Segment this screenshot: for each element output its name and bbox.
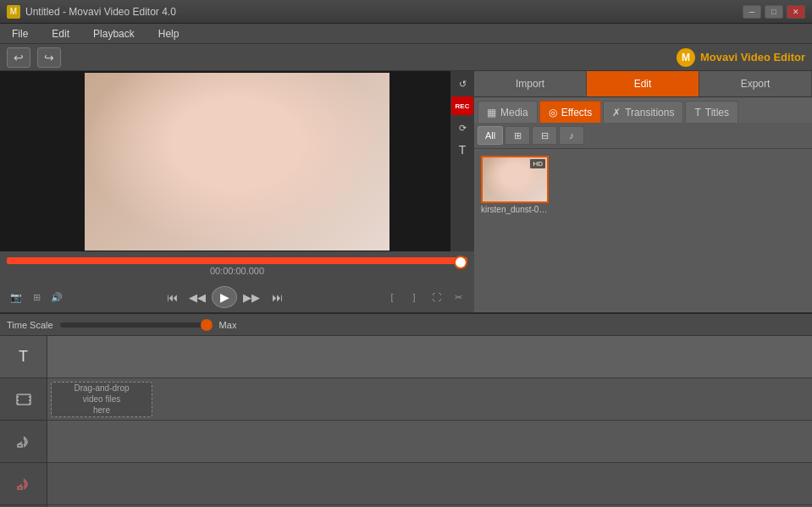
volume-button[interactable]: 🔊 xyxy=(47,289,66,305)
app-icon: M xyxy=(7,5,20,19)
movavi-logo-text: Movavi Video Editor xyxy=(700,51,805,63)
audio-track1-icon[interactable] xyxy=(0,421,47,463)
bottom-timeline: Time Scale Max T xyxy=(0,312,812,507)
settings-icon[interactable]: ⊞ xyxy=(27,289,46,305)
menu-file[interactable]: File xyxy=(7,26,33,41)
menu-bar: File Edit Playback Help xyxy=(0,24,812,44)
subtab-transitions-label: Transitions xyxy=(625,107,674,118)
media-item[interactable]: HD kirsten_dunst-001-thu... xyxy=(481,156,549,214)
app-container: M Untitled - Movavi Video Editor 4.0 ─ □… xyxy=(0,0,812,507)
close-button[interactable]: ✕ xyxy=(787,5,805,19)
text-track-icon[interactable]: T xyxy=(0,336,47,378)
titles-icon: T xyxy=(694,107,700,118)
drag-drop-line2: video files xyxy=(83,394,120,405)
drag-drop-line3: here xyxy=(93,405,110,416)
right-section: Import Edit Export ▦ Media ◎ Effects xyxy=(474,71,812,312)
timescale-label: Time Scale xyxy=(7,320,53,330)
media-label: kirsten_dunst-001-thu... xyxy=(481,205,549,214)
timeline-content: T xyxy=(0,336,812,507)
audio-track1-lane[interactable] xyxy=(47,421,812,463)
subtab-transitions[interactable]: ✗ Transitions xyxy=(603,101,683,123)
tab-export[interactable]: Export xyxy=(699,71,812,96)
preview-sidebar: ↺ REC ⟳ T xyxy=(450,71,474,251)
rec-button[interactable]: REC xyxy=(451,96,473,115)
tab-edit[interactable]: Edit xyxy=(587,71,699,96)
media-icon: ▦ xyxy=(487,107,496,118)
timescale-max: Max xyxy=(219,320,237,330)
timeline-tracks-right: Drag-and-drop video files here xyxy=(47,336,812,507)
text-track-lane[interactable] xyxy=(47,336,812,378)
window-title: Untitled - Movavi Video Editor 4.0 xyxy=(25,6,743,18)
seek-bar[interactable] xyxy=(7,257,467,264)
redo-button[interactable]: ↪ xyxy=(37,47,61,68)
playback-controls: 📷 ⊞ 🔊 ⏮ ◀◀ ▶ ▶▶ ⏭ [ ] ⛶ ✂ xyxy=(0,282,474,312)
svg-rect-3 xyxy=(17,403,19,405)
media-badge: HD xyxy=(530,159,545,168)
mark-in-button[interactable]: [ xyxy=(383,289,401,305)
rotate-icon[interactable]: ↺ xyxy=(453,74,472,93)
title-bar: M Untitled - Movavi Video Editor 4.0 ─ □… xyxy=(0,0,812,24)
svg-rect-2 xyxy=(17,400,19,401)
mark-out-button[interactable]: ] xyxy=(405,289,423,305)
snapshot-button[interactable]: 📷 xyxy=(7,289,25,305)
play-button[interactable]: ▶ xyxy=(212,286,237,308)
video-preview: ↺ REC ⟳ T xyxy=(0,71,474,251)
svg-rect-6 xyxy=(29,403,30,405)
content-area: ↺ REC ⟳ T 00:00:00.000 📷 ⊞ 🔊 ⏮ xyxy=(0,71,812,312)
media-thumbnail: HD xyxy=(481,156,549,203)
skip-to-end-button[interactable]: ⏭ xyxy=(266,288,288,306)
subtab-effects-label: Effects xyxy=(561,107,592,118)
movavi-logo-icon: M xyxy=(677,48,695,67)
video-track-icon[interactable] xyxy=(0,378,47,421)
menu-edit[interactable]: Edit xyxy=(47,26,75,41)
svg-rect-4 xyxy=(29,396,30,398)
minimize-button[interactable]: ─ xyxy=(743,5,761,19)
subtab-titles[interactable]: T Titles xyxy=(685,101,738,123)
menu-help[interactable]: Help xyxy=(153,26,185,41)
timescale-slider[interactable] xyxy=(60,322,213,328)
loop-icon[interactable]: ⟳ xyxy=(453,118,472,137)
video-frame xyxy=(85,73,389,251)
svg-rect-5 xyxy=(29,400,30,401)
svg-rect-10 xyxy=(18,487,22,489)
drag-drop-zone[interactable]: Drag-and-drop video files here xyxy=(51,382,152,417)
svg-rect-8 xyxy=(18,444,22,447)
video-thumbnail xyxy=(85,73,389,251)
filter-all[interactable]: All xyxy=(478,126,503,145)
subtab-media[interactable]: ▦ Media xyxy=(478,101,538,123)
audio-track2-lane[interactable] xyxy=(47,463,812,505)
skip-to-start-button[interactable]: ⏮ xyxy=(161,288,183,306)
timeline-header: Time Scale Max xyxy=(0,314,812,336)
toolbar: ↩ ↪ M Movavi Video Editor xyxy=(0,44,812,71)
svg-rect-0 xyxy=(17,394,30,405)
audio-track2-icon[interactable] xyxy=(0,463,47,505)
undo-button[interactable]: ↩ xyxy=(7,47,30,68)
drag-drop-line1: Drag-and-drop xyxy=(74,383,129,394)
prev-frame-button[interactable]: ◀◀ xyxy=(186,288,208,306)
subtab-titles-label: Titles xyxy=(705,107,729,118)
filter-row: All ⊞ ⊟ ♪ xyxy=(474,123,812,149)
text-overlay-icon[interactable]: T xyxy=(453,141,472,159)
transitions-icon: ✗ xyxy=(612,107,621,118)
maximize-button[interactable]: □ xyxy=(765,5,783,19)
top-tabs: Import Edit Export xyxy=(474,71,812,97)
sub-tabs: ▦ Media ◎ Effects ✗ Transitions T Titles xyxy=(474,97,812,123)
time-display: 00:00:00.000 xyxy=(7,266,467,276)
svg-rect-1 xyxy=(17,396,19,398)
movavi-logo: M Movavi Video Editor xyxy=(677,48,805,67)
progress-area[interactable]: 00:00:00.000 xyxy=(0,251,474,282)
next-frame-button[interactable]: ▶▶ xyxy=(240,288,262,306)
tab-import[interactable]: Import xyxy=(474,71,587,96)
filter-image[interactable]: ⊟ xyxy=(532,126,557,145)
timeline-tracks-left: T xyxy=(0,336,47,507)
video-track-lane[interactable]: Drag-and-drop video files here xyxy=(47,378,812,421)
fullscreen-button[interactable]: ⛶ xyxy=(427,289,445,305)
menu-playback[interactable]: Playback xyxy=(88,26,140,41)
media-grid: HD kirsten_dunst-001-thu... xyxy=(474,149,812,312)
filter-video[interactable]: ⊞ xyxy=(505,126,530,145)
filter-audio[interactable]: ♪ xyxy=(559,126,584,145)
timescale-thumb[interactable] xyxy=(201,319,213,331)
split-button[interactable]: ✂ xyxy=(449,289,467,305)
left-section: ↺ REC ⟳ T 00:00:00.000 📷 ⊞ 🔊 ⏮ xyxy=(0,71,474,312)
subtab-effects[interactable]: ◎ Effects xyxy=(539,101,601,123)
